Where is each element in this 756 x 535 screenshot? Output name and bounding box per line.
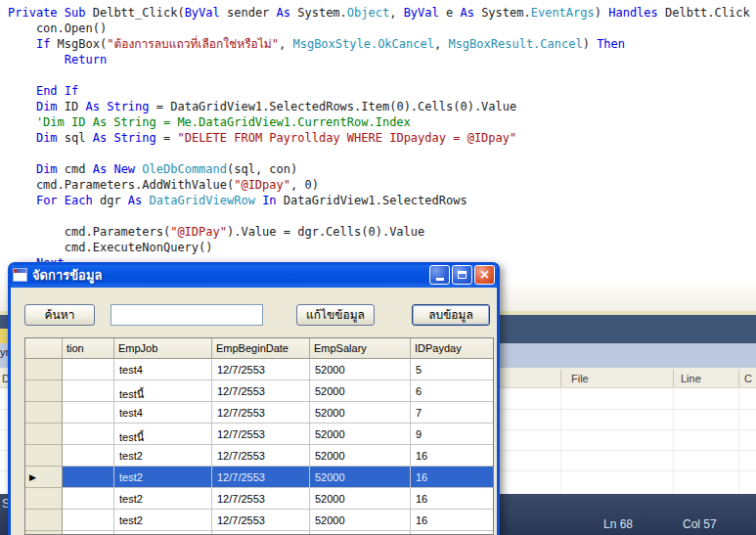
table-row[interactable]: ▶test212/7/25535200016 — [25, 467, 493, 488]
grid-column-header[interactable]: EmpJob — [114, 338, 212, 359]
grid-cell[interactable]: 52000 — [310, 510, 411, 531]
grid-cell[interactable]: 52000 — [310, 359, 411, 380]
grid-corner-header[interactable] — [25, 338, 63, 359]
grid-cell[interactable]: test4 — [114, 359, 212, 380]
form-icon — [13, 268, 27, 282]
edit-data-button[interactable]: แก้ไขข้อมูล — [296, 304, 375, 326]
grid-cell[interactable] — [63, 488, 114, 510]
error-list-header-separator — [738, 370, 739, 386]
grid-cell[interactable]: 5 — [411, 359, 494, 380]
search-input[interactable] — [111, 304, 263, 326]
grid-cell[interactable] — [114, 531, 212, 535]
code-line: 'Dim ID As String = Me.DataGridView1.Cur… — [8, 114, 750, 130]
code-line: Private Sub Delbtt_Click(ByVal sender As… — [8, 5, 750, 21]
grid-cell[interactable] — [411, 531, 494, 535]
error-list-header-separator — [673, 370, 674, 386]
grid-cell[interactable] — [63, 510, 114, 531]
code-line — [8, 67, 750, 83]
code-line — [8, 208, 750, 224]
grid-column-header[interactable]: tion — [63, 338, 114, 359]
grid-cell[interactable]: 12/7/2553 — [212, 467, 310, 488]
grid-column-header[interactable]: EmpSalary — [310, 338, 411, 359]
grid-cell[interactable]: test2 — [114, 445, 212, 467]
search-button[interactable]: ค้นหา — [24, 304, 95, 326]
grid-cell[interactable]: testนี้ — [114, 424, 212, 445]
row-header[interactable] — [25, 445, 63, 467]
grid-cell[interactable]: 52000 — [310, 380, 411, 402]
delete-data-button[interactable]: ลบข้อมูล — [412, 304, 490, 326]
row-header[interactable] — [25, 510, 63, 531]
row-header[interactable] — [25, 359, 63, 380]
grid-column-header[interactable]: IDPayday — [411, 338, 494, 359]
code-line — [8, 146, 750, 161]
grid-cell[interactable] — [63, 402, 114, 424]
maximize-button[interactable] — [452, 265, 472, 285]
code-line: cmd.Parameters.AddWithValue("@IDpay", 0) — [8, 177, 750, 193]
code-line: con.Open() — [8, 21, 750, 36]
row-header[interactable]: ▶ — [25, 467, 63, 488]
status-column-indicator: Col 57 — [683, 517, 717, 531]
code-line: cmd.Parameters("@IDPay").Value = dgr.Cel… — [8, 224, 750, 240]
grid-column-header[interactable]: EmpBeginDate — [212, 338, 310, 359]
error-list-header-separator — [560, 370, 561, 386]
grid-cell[interactable]: 16 — [411, 467, 494, 488]
table-row[interactable]: testนี้12/7/2553520006 — [25, 380, 493, 402]
grid-cell[interactable] — [63, 467, 114, 488]
grid-cell[interactable]: testนี้ — [114, 380, 212, 402]
row-header[interactable] — [25, 424, 63, 445]
grid-cell[interactable] — [63, 424, 114, 445]
minimize-button[interactable] — [429, 265, 450, 285]
table-row[interactable]: test212/7/25535200016 — [25, 510, 493, 531]
close-button[interactable]: ✕ — [474, 265, 495, 285]
grid-cell[interactable]: 52000 — [310, 467, 411, 488]
grid-cell[interactable]: 52000 — [310, 424, 411, 445]
error-list-colline — [560, 388, 561, 494]
grid-cell[interactable]: 12/7/2553 — [212, 359, 310, 380]
dialog-titlebar[interactable]: จัดการข้อมูล ✕ — [8, 262, 500, 288]
table-row[interactable]: test212/7/25535200016 — [25, 445, 493, 467]
code-editor[interactable]: Private Sub Delbtt_Click(ByVal sender As… — [8, 5, 750, 271]
grid-cell[interactable] — [310, 531, 411, 535]
error-list-colline — [673, 388, 674, 494]
grid-cell[interactable]: 12/7/2553 — [212, 380, 310, 402]
grid-cell[interactable]: 52000 — [310, 445, 411, 467]
error-list-header-file[interactable]: File — [571, 373, 589, 384]
grid-cell[interactable]: 9 — [411, 424, 494, 445]
maximize-icon — [458, 271, 467, 279]
grid-cell[interactable] — [63, 445, 114, 467]
grid-cell[interactable] — [63, 380, 114, 402]
table-row[interactable]: testนี้12/7/2553520009 — [25, 424, 493, 445]
grid-cell[interactable]: test2 — [114, 488, 212, 510]
grid-cell[interactable] — [212, 531, 310, 535]
grid-cell[interactable]: test2 — [114, 510, 212, 531]
close-icon: ✕ — [479, 268, 489, 282]
grid-cell[interactable]: 12/7/2553 — [212, 510, 310, 531]
grid-cell[interactable] — [63, 359, 114, 380]
row-header[interactable] — [25, 402, 63, 424]
grid-cell[interactable]: 16 — [411, 510, 494, 531]
grid-cell[interactable]: 12/7/2553 — [212, 424, 310, 445]
grid-cell[interactable]: 12/7/2553 — [212, 488, 310, 510]
table-row[interactable]: test412/7/2553520007 — [25, 402, 493, 424]
grid-cell[interactable]: 52000 — [310, 402, 411, 424]
row-header[interactable] — [25, 488, 63, 510]
grid-cell[interactable]: 52000 — [310, 488, 411, 510]
grid-cell[interactable]: 7 — [411, 402, 494, 424]
grid-cell[interactable]: test4 — [114, 402, 212, 424]
row-header[interactable] — [25, 531, 63, 535]
grid-cell[interactable]: 16 — [411, 445, 494, 467]
data-grid-view[interactable]: tionEmpJobEmpBeginDateEmpSalaryIDPaydayt… — [24, 337, 494, 535]
error-list-header-column-partial[interactable]: C — [744, 373, 752, 384]
table-row[interactable]: test412/7/2553520005 — [25, 359, 493, 380]
grid-cell[interactable] — [63, 531, 114, 535]
table-row[interactable]: test212/7/25535200016 — [25, 488, 493, 510]
grid-cell[interactable]: 16 — [411, 488, 494, 510]
grid-cell[interactable]: 12/7/2553 — [212, 445, 310, 467]
error-list-header-line[interactable]: Line — [681, 373, 701, 384]
row-header[interactable] — [25, 380, 63, 402]
grid-cell[interactable]: test2 — [114, 467, 212, 488]
code-line: Dim cmd As New OleDbCommand(sql, con) — [8, 161, 750, 177]
grid-cell[interactable]: 6 — [411, 380, 494, 402]
table-row[interactable] — [25, 531, 493, 535]
grid-cell[interactable]: 12/7/2553 — [212, 402, 310, 424]
